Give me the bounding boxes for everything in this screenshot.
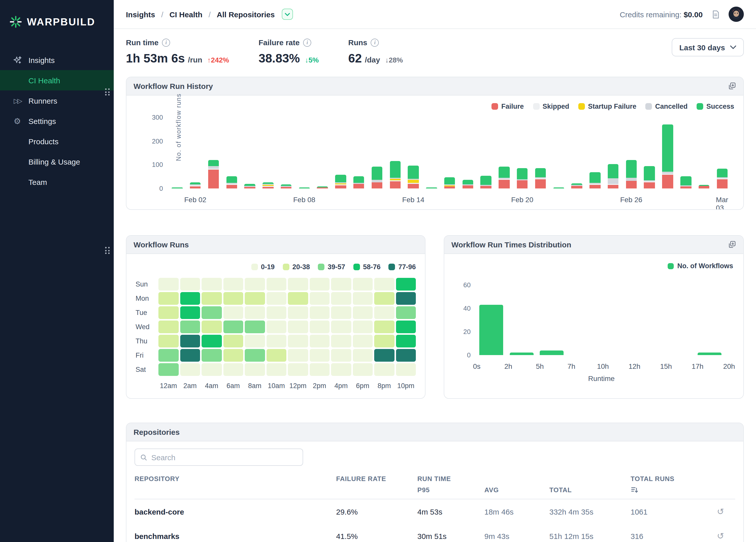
sidebar-item-runners[interactable]: ▷▷ Runners (0, 90, 114, 111)
legend-item[interactable]: Cancelled (646, 103, 688, 110)
table-row[interactable]: benchmarks 41.5% 30m 51s 9m 43s 51h 12m … (135, 524, 735, 542)
sidebar-item-billing[interactable]: Billing & Usage (0, 151, 114, 172)
heatmap-cell[interactable] (223, 321, 243, 333)
export-icon[interactable] (728, 82, 736, 90)
distribution-bar[interactable] (479, 305, 503, 355)
heatmap-cell[interactable] (202, 321, 222, 333)
heatmap-cell[interactable] (396, 292, 416, 305)
sidebar-item-settings[interactable]: ⚙ Settings (0, 111, 114, 131)
heatmap-cell[interactable] (309, 278, 330, 291)
heatmap-cell[interactable] (309, 292, 330, 305)
heatmap-cell[interactable] (374, 278, 394, 291)
heatmap-cell[interactable] (266, 363, 286, 376)
heatmap-cell[interactable] (202, 306, 222, 319)
history-bar-slot[interactable] (277, 117, 295, 188)
legend-item[interactable]: 77-96 (389, 263, 416, 271)
heatmap-cell[interactable] (180, 321, 200, 333)
col-failure-rate[interactable]: FAILURE RATE (336, 475, 417, 483)
col-avg[interactable]: AVG (484, 486, 549, 494)
history-bar-slot[interactable] (440, 117, 459, 188)
heatmap-cell[interactable] (288, 321, 308, 333)
history-bar-slot[interactable] (677, 117, 695, 188)
col-repository[interactable]: REPOSITORY (135, 475, 336, 483)
avatar[interactable] (729, 7, 744, 22)
heatmap-cell[interactable] (374, 306, 394, 319)
heatmap-cell[interactable] (202, 363, 222, 376)
history-bar-slot[interactable] (513, 117, 532, 188)
heatmap-cell[interactable] (374, 349, 394, 362)
breadcrumb-ci-health[interactable]: CI Health (169, 10, 202, 19)
heatmap-cell[interactable] (353, 335, 373, 348)
date-range-selector[interactable]: Last 30 days (672, 38, 744, 56)
heatmap-cell[interactable] (202, 349, 222, 362)
heatmap-cell[interactable] (180, 349, 200, 362)
heatmap-cell[interactable] (288, 306, 308, 319)
repo-name[interactable]: benchmarks (135, 532, 336, 540)
info-icon[interactable]: i (162, 38, 170, 46)
distribution-bar[interactable] (510, 353, 533, 355)
breadcrumb-all-repositories[interactable]: All Repositories (217, 10, 275, 19)
history-bar-slot[interactable] (622, 117, 640, 188)
heatmap-cell[interactable] (245, 306, 265, 319)
heatmap-cell[interactable] (266, 306, 286, 319)
legend-item[interactable]: 39-57 (318, 263, 345, 271)
heatmap-cell[interactable] (374, 363, 394, 376)
history-bar-slot[interactable] (604, 117, 622, 188)
col-p95[interactable]: P95 (417, 486, 484, 494)
heatmap-cell[interactable] (374, 335, 394, 348)
heatmap-cell[interactable] (158, 335, 178, 348)
heatmap-cell[interactable] (266, 278, 286, 291)
heatmap-cell[interactable] (288, 363, 308, 376)
history-bar-slot[interactable] (495, 117, 513, 188)
history-bar-slot[interactable] (568, 117, 586, 188)
heatmap-cell[interactable] (331, 335, 351, 348)
heatmap-cell[interactable] (180, 306, 200, 319)
run-history-icon[interactable]: ↺ (717, 506, 735, 517)
drag-handle[interactable] (105, 247, 110, 255)
history-bar-slot[interactable] (459, 117, 477, 188)
history-bar-slot[interactable] (640, 117, 659, 188)
history-bar-slot[interactable] (713, 117, 731, 188)
heatmap-cell[interactable] (288, 278, 308, 291)
history-bar-slot[interactable] (695, 117, 713, 188)
heatmap-cell[interactable] (374, 321, 394, 333)
heatmap-cell[interactable] (223, 278, 243, 291)
heatmap-cell[interactable] (158, 292, 178, 305)
history-bar-slot[interactable] (204, 117, 223, 188)
heatmap-cell[interactable] (331, 306, 351, 319)
col-total-runs[interactable]: TOTAL RUNS (631, 475, 717, 483)
history-bar-slot[interactable] (404, 117, 422, 188)
heatmap-cell[interactable] (245, 335, 265, 348)
heatmap-cell[interactable] (180, 292, 200, 305)
heatmap-cell[interactable] (202, 292, 222, 305)
heatmap-cell[interactable] (180, 363, 200, 376)
run-history-icon[interactable]: ↺ (717, 531, 735, 541)
heatmap-cell[interactable] (309, 335, 330, 348)
export-icon[interactable] (728, 240, 736, 249)
history-bar-slot[interactable] (550, 117, 568, 188)
history-bar-slot[interactable] (368, 117, 386, 188)
heatmap-cell[interactable] (158, 363, 178, 376)
heatmap-cell[interactable] (158, 278, 178, 291)
sidebar-item-insights[interactable]: Insights (0, 50, 114, 70)
heatmap-cell[interactable] (266, 335, 286, 348)
heatmap-cell[interactable] (158, 306, 178, 319)
heatmap-cell[interactable] (245, 363, 265, 376)
heatmap-cell[interactable] (309, 349, 330, 362)
repository-selector-button[interactable] (282, 9, 293, 20)
history-bar-slot[interactable] (422, 117, 441, 188)
heatmap-cell[interactable] (396, 278, 416, 291)
history-bar-slot[interactable] (386, 117, 404, 188)
history-bar-slot[interactable] (186, 117, 205, 188)
heatmap-cell[interactable] (223, 306, 243, 319)
heatmap-cell[interactable] (331, 321, 351, 333)
repo-name[interactable]: backend-core (135, 507, 336, 516)
sidebar-item-products[interactable]: Products (0, 131, 114, 151)
legend-item[interactable]: 0-19 (251, 263, 275, 271)
heatmap-cell[interactable] (374, 292, 394, 305)
distribution-bar[interactable] (698, 353, 721, 355)
search-input[interactable] (151, 453, 298, 462)
heatmap-cell[interactable] (353, 278, 373, 291)
heatmap-cell[interactable] (353, 306, 373, 319)
heatmap-cell[interactable] (223, 363, 243, 376)
